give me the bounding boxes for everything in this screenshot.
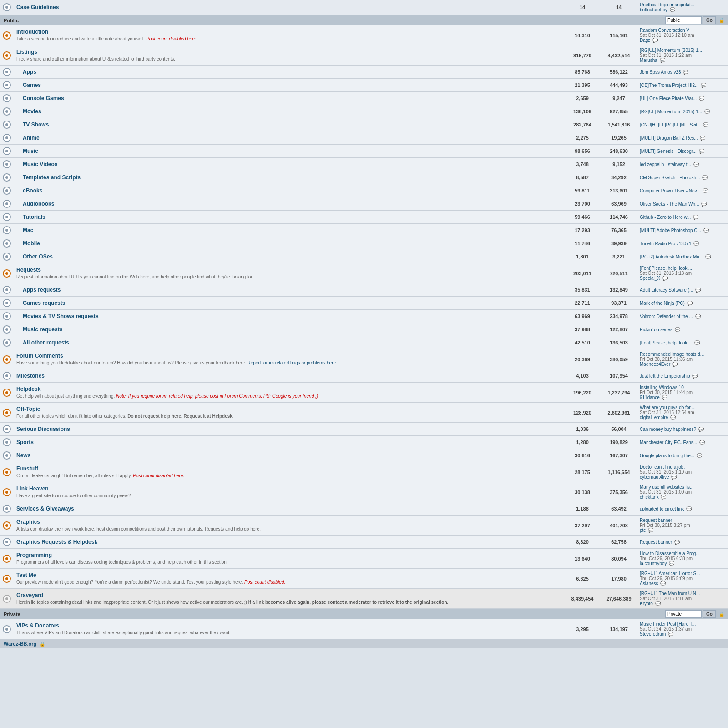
forum-name[interactable]: Listings — [16, 49, 561, 55]
forum-name[interactable]: Services & Giveaways — [16, 506, 561, 512]
forum-name-link[interactable]: Mac — [23, 227, 33, 233]
forum-name-link[interactable]: Tutorials — [23, 214, 46, 220]
last-post-user[interactable]: la.countryboy 💬 — [640, 561, 725, 566]
last-post-title[interactable]: Just left the Emperorship 💬 — [640, 374, 725, 379]
forum-name[interactable]: Audiobooks — [23, 201, 561, 207]
forum-name-link[interactable]: Games — [23, 82, 41, 88]
private-search-input[interactable] — [665, 610, 702, 618]
last-post-title[interactable]: Installing Windows 10 — [640, 385, 725, 390]
forum-name[interactable]: Console Games — [23, 95, 561, 101]
forum-name-link[interactable]: Funstuff — [16, 465, 38, 472]
last-post-title[interactable]: Github - Zero to Hero w... 💬 — [640, 215, 725, 220]
last-post-title[interactable]: Pickin' on series 💬 — [640, 327, 725, 332]
forum-name[interactable]: All other requests — [23, 339, 561, 346]
last-post-title[interactable]: Can money buy happiness? 💬 — [640, 427, 725, 432]
forum-name-link[interactable]: Test Me — [16, 572, 36, 578]
private-go-button[interactable]: Go — [703, 610, 716, 618]
last-post-title[interactable]: Jbm Spss Amos v23 💬 — [640, 70, 725, 75]
forum-name-link[interactable]: Programming — [16, 552, 52, 558]
forum-name-link[interactable]: Requests — [16, 267, 41, 273]
forum-name[interactable]: Other OSes — [23, 253, 561, 260]
last-post-title[interactable]: [RG+2] Autodesk Mudbox Mu... 💬 — [640, 254, 725, 259]
last-post-user[interactable]: 911dance 💬 — [640, 395, 725, 400]
forum-name-link[interactable]: Serious Discussions — [16, 426, 70, 432]
forum-name[interactable]: Off-Topic — [16, 406, 561, 412]
forum-name-link[interactable]: Link Heaven — [16, 485, 49, 492]
forum-name[interactable]: Mobile — [23, 240, 561, 247]
forum-name-link[interactable]: Case Guidelines — [16, 4, 59, 10]
last-post-title[interactable]: Mark of the Ninja (PC) 💬 — [640, 301, 725, 306]
forum-name-link[interactable]: Introduction — [16, 29, 48, 35]
forum-name-link[interactable]: News — [16, 452, 30, 459]
forum-name[interactable]: Milestones — [16, 373, 561, 379]
last-post-user[interactable]: Dagz 💬 — [640, 38, 725, 43]
last-post-user[interactable]: Steveredrum 💬 — [640, 632, 725, 637]
forum-name[interactable]: News — [16, 452, 561, 459]
forum-name-link[interactable]: TV Shows — [23, 121, 49, 128]
last-post-title[interactable]: Random Conversation V — [640, 28, 725, 33]
forum-name[interactable]: Programming — [16, 552, 561, 558]
forum-name-link[interactable]: Graphics — [16, 519, 40, 525]
forum-name[interactable]: Requests — [16, 267, 561, 273]
forum-name[interactable]: Forum Comments — [16, 353, 561, 359]
last-post-title[interactable]: Doctor can't find a job. — [640, 465, 725, 470]
forum-name-link[interactable]: Graveyard — [16, 592, 43, 598]
last-post-user[interactable]: Madneez4Ever 💬 — [640, 362, 725, 367]
last-post-user[interactable]: Asianess 💬 — [640, 581, 725, 586]
last-post-user[interactable]: chicktank 💬 — [640, 495, 725, 500]
forum-name[interactable]: Serious Discussions — [16, 426, 561, 432]
forum-name-link[interactable]: Graphics Requests & Helpdesk — [16, 539, 97, 545]
forum-name-link[interactable]: VIPs & Donators — [16, 622, 59, 629]
forum-name[interactable]: Test Me — [16, 572, 561, 578]
last-post-title[interactable]: Google plans to bring the... 💬 — [640, 453, 725, 458]
forum-name[interactable]: Sports — [16, 439, 561, 445]
last-post-title[interactable]: TuneIn Radio Pro v13.5.1 💬 — [640, 241, 725, 246]
forum-name[interactable]: Apps requests — [23, 287, 561, 293]
forum-name-link[interactable]: Apps — [23, 69, 36, 75]
forum-name-link[interactable]: eBooks — [23, 187, 42, 194]
forum-name[interactable]: Games requests — [23, 300, 561, 306]
forum-name-link[interactable]: Templates and Scripts — [23, 174, 81, 181]
last-post-user[interactable]: Marusha 💬 — [640, 58, 725, 63]
last-post-title[interactable]: led zeppelin - stairway t... 💬 — [640, 162, 725, 167]
last-post-title[interactable]: Unethical topic manipulat... — [640, 2, 725, 7]
last-post-title[interactable]: [RG|UL] Momentum (2015) 1... 💬 — [640, 109, 725, 114]
report-bugs-link[interactable]: Report forum related bugs or problems he… — [248, 360, 337, 365]
last-post-title[interactable]: [UL] One Piece Pirate War... 💬 — [640, 96, 725, 101]
forum-name-link[interactable]: Movies & TV Shows requests — [23, 313, 99, 319]
last-post-title[interactable]: Music Finder Post [Hard T... — [640, 622, 725, 627]
last-post-title[interactable]: [MULTI] Genesis - Discogr... 💬 — [640, 149, 725, 154]
forum-name-link[interactable]: Helpdesk — [16, 386, 40, 392]
last-post-title[interactable]: CM Super Sketch - Photosh... 💬 — [640, 175, 725, 180]
forum-name-link[interactable]: Audiobooks — [23, 201, 54, 207]
public-go-button[interactable]: Go — [703, 16, 716, 24]
forum-name[interactable]: Tutorials — [23, 214, 561, 220]
forum-name[interactable]: TV Shows — [23, 121, 561, 128]
last-post-title[interactable]: Request banner — [640, 518, 725, 523]
last-post-title[interactable]: How to Disassemble a Prog... — [640, 551, 725, 556]
forum-name[interactable]: Mac — [23, 227, 561, 233]
last-post-user[interactable]: digital_empire 💬 — [640, 415, 725, 420]
last-post-title[interactable]: [Font]Please, help, looki... — [640, 266, 725, 271]
forum-name[interactable]: Anime — [23, 135, 561, 141]
last-post-title[interactable]: [CNU|HF|FF|RG|UL|NF] Svit... 💬 — [640, 122, 725, 127]
forum-name[interactable]: Games — [23, 82, 561, 88]
forum-name-link[interactable]: Music Videos — [23, 161, 57, 167]
last-post-title[interactable]: [RG|UL] Momentum (2015) 1... — [640, 48, 725, 53]
last-post-title[interactable]: [Font]Please, help, looki... 💬 — [640, 340, 725, 345]
last-post-title[interactable]: Request banner 💬 — [640, 540, 725, 545]
last-post-title[interactable]: Computer Power User - Nov... 💬 — [640, 188, 725, 193]
last-post-user[interactable]: cybernaut4live 💬 — [640, 475, 725, 480]
forum-name-link[interactable]: Milestones — [16, 373, 45, 379]
forum-name[interactable]: Graphics Requests & Helpdesk — [16, 539, 561, 545]
forum-name-link[interactable]: Music — [23, 148, 38, 154]
forum-name[interactable]: Helpdesk — [16, 386, 561, 392]
last-post-title[interactable]: Oliver Sacks - The Man Wh... 💬 — [640, 202, 725, 207]
last-post-title[interactable]: Adult Literacy Software (... 💬 — [640, 288, 725, 293]
forum-name[interactable]: Music Videos — [23, 161, 561, 167]
last-post-title[interactable]: [OB]The Troma Project-HI2... 💬 — [640, 83, 725, 88]
forum-name-link[interactable]: Apps requests — [23, 287, 61, 293]
last-post-title[interactable]: [MULTI] Dragon Ball Z Res... 💬 — [640, 136, 725, 141]
forum-name-link[interactable]: Movies — [23, 108, 41, 115]
forum-name-link[interactable]: Console Games — [23, 95, 64, 101]
